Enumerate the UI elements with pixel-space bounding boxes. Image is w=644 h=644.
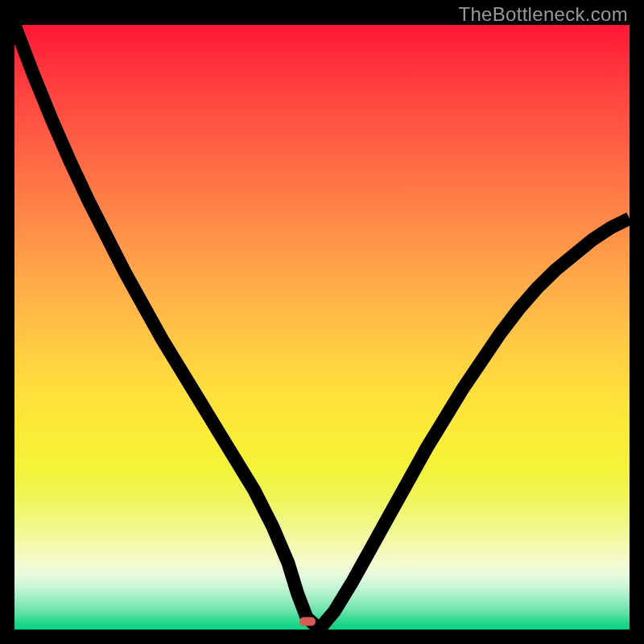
curve-path (14, 25, 630, 625)
optimum-marker (299, 617, 316, 626)
chart-container: TheBottleneck.com (0, 0, 644, 644)
watermark-text: TheBottleneck.com (458, 3, 628, 26)
bottleneck-curve (14, 25, 630, 630)
plot-area (14, 25, 630, 630)
